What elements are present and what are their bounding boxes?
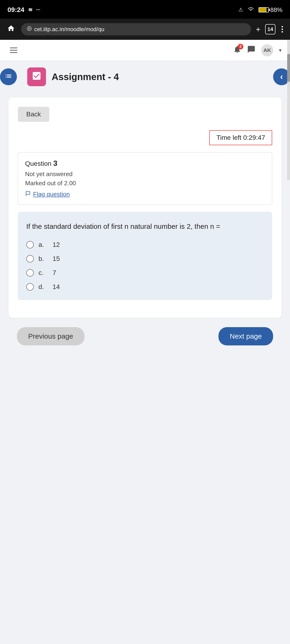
question-status: Not yet answered — [25, 170, 265, 178]
home-button[interactable] — [6, 23, 17, 36]
user-avatar[interactable]: AK — [261, 44, 273, 56]
status-bar-right: ⚠ 88% — [238, 6, 282, 14]
timer-container: Time left 0:29:47 — [18, 130, 272, 145]
signal-icon: ≋ — [28, 7, 32, 13]
assignment-title: Assignment - 4 — [52, 72, 119, 82]
header-right: 3 AK ▾ — [233, 44, 281, 56]
user-dropdown-arrow[interactable]: ▾ — [279, 47, 281, 54]
radio-a[interactable] — [26, 241, 34, 248]
assignment-header: Assignment - 4 ‹ — [0, 61, 290, 93]
status-bar: 09:24 ≋ ··· ⚠ 88% — [0, 0, 290, 19]
question-marks: Marked out of 2.00 — [25, 180, 265, 187]
timer-display: Time left 0:29:47 — [209, 130, 272, 145]
new-tab-button[interactable]: + — [256, 25, 260, 34]
main-content: Back Time left 0:29:47 Question 3 Not ye… — [0, 93, 290, 364]
scrollbar-thumb[interactable] — [287, 54, 290, 82]
question-content: If the standard deviation of first n nat… — [18, 212, 272, 300]
previous-page-button[interactable]: Previous page — [17, 327, 84, 346]
option-a-value: 12 — [53, 241, 60, 248]
flag-question-link[interactable]: Flag question — [25, 190, 265, 198]
question-number: Question 3 — [25, 159, 265, 168]
question-number-value: 3 — [53, 159, 58, 168]
url-bar[interactable]: cet.iitp.ac.in/moodle/mod/qu — [21, 23, 251, 35]
option-c[interactable]: c. 7 — [26, 269, 264, 276]
browser-actions: + 14 — [256, 24, 284, 34]
content-card: Back Time left 0:29:47 Question 3 Not ye… — [9, 98, 281, 318]
status-bar-left: 09:24 ≋ ··· — [8, 6, 40, 14]
nav-buttons: Previous page Next page — [9, 322, 281, 350]
radio-d[interactable] — [26, 283, 34, 290]
options-list: a. 12 b. 15 c. 7 d. 14 — [26, 241, 264, 290]
back-button[interactable]: Back — [18, 107, 49, 122]
option-c-label: c. — [39, 269, 48, 276]
option-d-value: 14 — [53, 283, 60, 290]
battery-indicator: 88% — [258, 6, 282, 14]
flag-icon — [25, 191, 31, 198]
chat-icon-button[interactable] — [247, 45, 255, 56]
option-a[interactable]: a. 12 — [26, 241, 264, 248]
hamburger-menu-button[interactable] — [9, 46, 19, 54]
url-icon — [27, 26, 32, 32]
tabs-count[interactable]: 14 — [265, 24, 275, 34]
assignment-icon-box — [27, 68, 46, 86]
browser-menu-button[interactable] — [280, 24, 284, 34]
radio-c[interactable] — [26, 269, 34, 276]
option-b[interactable]: b. 15 — [26, 255, 264, 262]
alert-icon: ⚠ — [238, 7, 243, 13]
question-info-box: Question 3 Not yet answered Marked out o… — [18, 152, 272, 205]
scrollbar-track[interactable] — [287, 40, 290, 180]
option-c-value: 7 — [53, 269, 56, 276]
browser-chrome: cet.iitp.ac.in/moodle/mod/qu + 14 — [0, 19, 290, 40]
option-b-value: 15 — [53, 255, 60, 262]
wifi-icon — [247, 6, 254, 14]
question-text: If the standard deviation of first n nat… — [26, 221, 264, 232]
chevron-left-icon: ‹ — [280, 72, 283, 82]
url-text: cet.iitp.ac.in/moodle/mod/qu — [34, 26, 104, 32]
option-d-label: d. — [39, 283, 48, 290]
list-icon — [5, 72, 12, 82]
battery-percent: 88% — [270, 6, 282, 14]
nav-list-button[interactable] — [0, 68, 17, 85]
next-page-button[interactable]: Next page — [218, 327, 273, 346]
quiz-icon — [32, 71, 42, 83]
dots-icon: ··· — [36, 7, 40, 13]
notification-badge: 3 — [238, 44, 243, 50]
notification-bell-button[interactable]: 3 — [233, 45, 241, 56]
radio-b[interactable] — [26, 255, 34, 262]
option-d[interactable]: d. 14 — [26, 283, 264, 290]
flag-label: Flag question — [33, 190, 70, 198]
option-b-label: b. — [39, 255, 48, 262]
app-header: 3 AK ▾ — [0, 40, 290, 61]
option-a-label: a. — [39, 241, 48, 248]
time-display: 09:24 — [8, 6, 24, 14]
